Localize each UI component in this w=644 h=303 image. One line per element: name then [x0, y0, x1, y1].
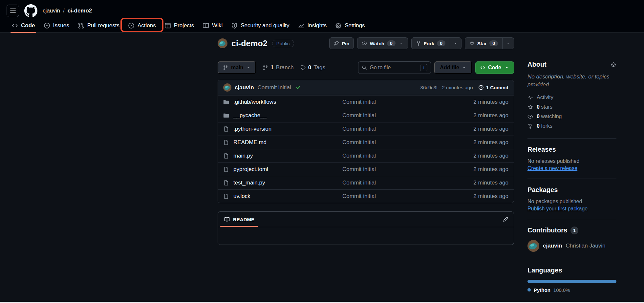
tab-label: Security and quality	[241, 22, 289, 29]
contributor-row[interactable]: cjauvin Christian Jauvin	[527, 240, 616, 252]
readme-content	[218, 227, 514, 245]
tab-security-and-quality[interactable]: Security and quality	[227, 18, 293, 33]
contributors-count-badge: 1	[570, 227, 578, 234]
branch-selector[interactable]: main	[218, 61, 256, 74]
commit-count-label: 1 Commit	[486, 85, 508, 90]
add-file-button[interactable]: Add file	[434, 61, 472, 74]
commit-history-link[interactable]: 1 Commit	[478, 85, 508, 90]
table-row[interactable]: uv.lock Commit initial 2 minutes ago	[218, 189, 514, 203]
tab-actions[interactable]: Actions	[124, 18, 160, 33]
pencil-icon[interactable]	[503, 216, 508, 222]
tags-link[interactable]: 0 Tags	[300, 64, 325, 71]
tag-icon	[300, 65, 306, 71]
contributor-avatar[interactable]	[527, 240, 539, 252]
activity-link[interactable]: Activity	[527, 93, 616, 102]
file-age: 2 minutes ago	[453, 153, 508, 159]
language-bar-python[interactable]	[527, 280, 616, 283]
repo-name[interactable]: ci-demo2	[231, 39, 268, 48]
github-logo-icon[interactable]	[24, 4, 37, 17]
stars-link[interactable]: 0 stars	[527, 102, 616, 112]
tab-projects[interactable]: Projects	[160, 18, 198, 33]
git-branch-icon	[223, 65, 228, 70]
publish-package-link[interactable]: Publish your first package	[527, 206, 588, 211]
file-commit-message[interactable]: Commit initial	[342, 153, 453, 159]
forks-link[interactable]: 0 forks	[527, 121, 616, 131]
commit-message[interactable]: Commit initial	[258, 84, 291, 91]
readme-header: README	[218, 212, 514, 227]
fork-button[interactable]: Fork 0	[411, 37, 462, 49]
hamburger-menu-button[interactable]	[7, 5, 19, 17]
tab-pull-requests[interactable]: Pull requests	[74, 18, 124, 33]
file-commit-message[interactable]: Commit initial	[342, 193, 453, 200]
gear-icon[interactable]	[611, 62, 616, 68]
file-age: 2 minutes ago	[453, 180, 508, 186]
tab-label: Pull requests	[87, 22, 119, 29]
table-row[interactable]: test_main.py Commit initial 2 minutes ag…	[218, 176, 514, 189]
file-name[interactable]: .python-version	[233, 126, 271, 132]
file-age: 2 minutes ago	[453, 193, 508, 200]
toolbar-right: t Add file Code	[358, 61, 514, 74]
code-download-button[interactable]: Code	[475, 61, 514, 74]
table-row[interactable]: .github/workflows Commit initial 2 minut…	[218, 95, 514, 109]
tab-settings[interactable]: Settings	[331, 18, 369, 33]
watch-count: 0	[387, 40, 396, 46]
breadcrumb-repo[interactable]: ci-demo2	[68, 8, 92, 14]
fork-dropdown[interactable]	[450, 38, 461, 49]
file-icon	[223, 180, 229, 186]
create-release-link[interactable]: Create a new release	[527, 165, 577, 171]
table-row[interactable]: pyproject.toml Commit initial 2 minutes …	[218, 162, 514, 176]
commit-sha-time[interactable]: 36c9c3f · 2 minutes ago	[420, 85, 473, 90]
watch-button[interactable]: Watch 0	[357, 37, 408, 49]
contributor-login[interactable]: cjauvin	[543, 243, 562, 249]
pulse-icon	[527, 95, 533, 100]
fork-count: 0	[437, 40, 445, 46]
star-button[interactable]: Star 0	[465, 37, 514, 49]
item-label: Activity	[537, 95, 553, 100]
star-dropdown[interactable]	[502, 38, 514, 49]
file-name[interactable]: pyproject.toml	[233, 166, 268, 173]
file-name[interactable]: .github/workflows	[233, 99, 276, 105]
folder-icon	[223, 113, 229, 119]
file-name[interactable]: __pycache__	[233, 112, 267, 119]
repo-forked-icon	[527, 123, 533, 129]
tab-label: Issues	[53, 22, 69, 29]
watching-link[interactable]: 0 watching	[527, 112, 616, 121]
file-commit-message[interactable]: Commit initial	[342, 112, 453, 119]
commit-author-avatar[interactable]	[223, 83, 231, 92]
breadcrumb-owner[interactable]: cjauvin	[43, 8, 60, 14]
file-name[interactable]: uv.lock	[233, 193, 250, 200]
tab-label: Actions	[138, 22, 156, 29]
tab-code[interactable]: Code	[7, 18, 39, 33]
table-row[interactable]: .python-version Commit initial 2 minutes…	[218, 122, 514, 136]
file-commit-message[interactable]: Commit initial	[342, 139, 453, 146]
table-row[interactable]: main.py Commit initial 2 minutes ago	[218, 149, 514, 162]
main-column: ci-demo2 Public Pin Watch 0 Fork 0 Star	[218, 32, 514, 245]
checks-passed-icon[interactable]	[295, 85, 301, 90]
file-commit-message[interactable]: Commit initial	[342, 99, 453, 105]
commit-author[interactable]: cjauvin	[235, 84, 254, 91]
language-row[interactable]: Python 100.0%	[527, 287, 616, 293]
file-commit-message[interactable]: Commit initial	[342, 166, 453, 173]
about-title: About	[527, 61, 547, 68]
tab-readme[interactable]: README	[218, 212, 261, 227]
about-list: Activity 0 stars 0 watching 0 forks	[527, 93, 616, 131]
repo-action-buttons: Pin Watch 0 Fork 0 Star 0	[329, 37, 514, 49]
branches-link[interactable]: 1 Branch	[263, 64, 293, 71]
tab-wiki[interactable]: Wiki	[198, 18, 227, 33]
git-branch-icon	[263, 65, 268, 71]
goto-file-search[interactable]: t	[358, 61, 431, 74]
file-icon	[223, 153, 229, 159]
table-row[interactable]: __pycache__ Commit initial 2 minutes ago	[218, 109, 514, 122]
tab-insights[interactable]: Insights	[294, 18, 331, 33]
file-commit-message[interactable]: Commit initial	[342, 126, 453, 132]
issue-opened-icon	[44, 22, 50, 29]
tab-issues[interactable]: Issues	[39, 18, 74, 33]
repo-owner-avatar[interactable]	[218, 38, 227, 48]
file-name[interactable]: test_main.py	[233, 180, 265, 186]
file-name[interactable]: README.md	[233, 139, 267, 146]
pin-button[interactable]: Pin	[329, 37, 354, 49]
file-name[interactable]: main.py	[233, 153, 253, 159]
file-commit-message[interactable]: Commit initial	[342, 180, 453, 186]
goto-file-input[interactable]	[370, 65, 418, 71]
table-row[interactable]: README.md Commit initial 2 minutes ago	[218, 136, 514, 149]
